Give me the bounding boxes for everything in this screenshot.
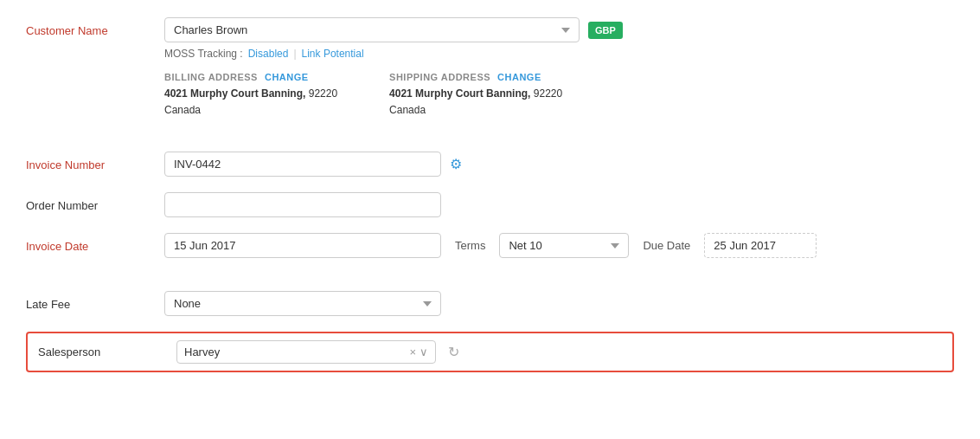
moss-tracking-row: MOSS Tracking : Disabled | Link Potentia…: [164, 48, 954, 60]
address-section: BILLING ADDRESS CHANGE 4021 Murphy Court…: [164, 72, 954, 119]
terms-label: Terms: [455, 239, 485, 252]
billing-postal: 92220: [309, 87, 337, 100]
shipping-change-link[interactable]: CHANGE: [497, 72, 541, 82]
salesperson-highlight-box: Salesperson Harvey × ∨ ↻: [26, 332, 954, 372]
currency-badge[interactable]: GBP: [588, 22, 623, 39]
shipping-address-block: SHIPPING ADDRESS CHANGE 4021 Murphy Cour…: [389, 72, 562, 119]
salesperson-box: Harvey × ∨: [176, 340, 436, 364]
salesperson-chevron-icon[interactable]: ∨: [420, 345, 428, 358]
customer-name-field: Charles Brown GBP MOSS Tracking : Disabl…: [164, 17, 954, 119]
terms-dropdown[interactable]: Net 10: [499, 233, 629, 258]
shipping-postal: 92220: [534, 87, 562, 100]
invoice-number-input[interactable]: [164, 152, 441, 177]
salesperson-value: Harvey: [184, 345, 220, 358]
due-date-box: 25 Jun 2017: [704, 233, 817, 258]
billing-country: Canada: [164, 102, 337, 119]
invoice-date-input[interactable]: [164, 233, 441, 258]
invoice-number-label: Invoice Number: [26, 152, 164, 171]
order-number-label: Order Number: [26, 192, 164, 212]
salesperson-controls: × ∨: [409, 345, 428, 358]
shipping-address-line1: 4021 Murphy Court Banning, 92220: [389, 86, 562, 102]
due-date-label: Due Date: [643, 239, 690, 252]
billing-address-block: BILLING ADDRESS CHANGE 4021 Murphy Court…: [164, 72, 337, 119]
refresh-icon[interactable]: ↻: [448, 344, 459, 360]
late-fee-dropdown[interactable]: None: [164, 291, 441, 316]
gear-icon[interactable]: ⚙: [450, 156, 462, 172]
invoice-date-label: Invoice Date: [26, 233, 164, 253]
invoice-number-input-row: ⚙: [164, 152, 954, 177]
late-fee-label: Late Fee: [26, 291, 164, 311]
order-number-field: [164, 192, 954, 217]
shipping-address-title: SHIPPING ADDRESS: [389, 72, 490, 82]
order-number-input[interactable]: [164, 192, 441, 217]
customer-name-dropdown[interactable]: Charles Brown: [164, 17, 580, 42]
link-potential-link[interactable]: Link Potential: [302, 48, 364, 60]
billing-address-line1: 4021 Murphy Court Banning, 92220: [164, 86, 337, 102]
salesperson-clear-button[interactable]: ×: [409, 345, 416, 358]
moss-status[interactable]: Disabled: [248, 48, 289, 60]
shipping-country: Canada: [389, 102, 562, 119]
invoice-date-field: Terms Net 10 Due Date 25 Jun 2017: [164, 233, 954, 258]
section-divider-1: [26, 134, 954, 152]
customer-name-input-row: Charles Brown GBP: [164, 17, 954, 42]
billing-change-link[interactable]: CHANGE: [265, 72, 309, 82]
salesperson-input-row: Harvey × ∨ ↻: [176, 340, 942, 364]
billing-address-title: BILLING ADDRESS: [164, 72, 258, 82]
invoice-number-row: Invoice Number ⚙: [26, 152, 954, 177]
shipping-street: 4021 Murphy Court Banning,: [389, 87, 530, 100]
billing-address-header: BILLING ADDRESS CHANGE: [164, 72, 337, 82]
billing-street: 4021 Murphy Court Banning,: [164, 87, 305, 100]
customer-name-label: Customer Name: [26, 17, 164, 37]
invoice-number-field: ⚙: [164, 152, 954, 177]
moss-label: MOSS Tracking :: [164, 48, 243, 60]
salesperson-field: Harvey × ∨ ↻: [176, 340, 942, 364]
shipping-address-header: SHIPPING ADDRESS CHANGE: [389, 72, 562, 82]
salesperson-label: Salesperson: [38, 345, 176, 358]
section-divider-2: [26, 274, 954, 291]
order-number-row: Order Number: [26, 192, 954, 217]
moss-separator: |: [293, 48, 296, 60]
late-fee-row: Late Fee None: [26, 291, 954, 316]
date-terms-row: Terms Net 10 Due Date 25 Jun 2017: [164, 233, 954, 258]
customer-name-row: Customer Name Charles Brown GBP MOSS Tra…: [26, 17, 954, 119]
invoice-date-row: Invoice Date Terms Net 10 Due Date 25 Ju…: [26, 233, 954, 258]
late-fee-field: None: [164, 291, 954, 316]
